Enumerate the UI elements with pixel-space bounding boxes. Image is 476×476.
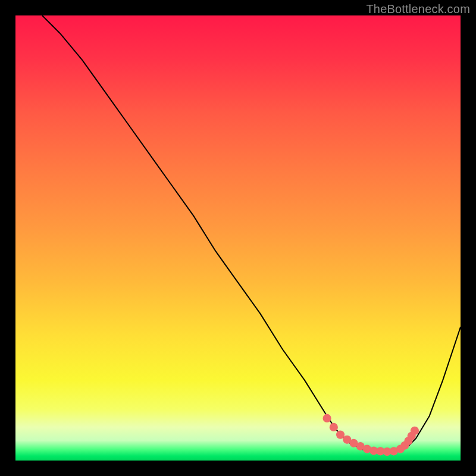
highlight-dot bbox=[322, 414, 331, 422]
highlight-dot-group bbox=[322, 414, 419, 456]
chart-frame: TheBottleneck.com bbox=[0, 0, 476, 476]
highlight-dot bbox=[330, 423, 338, 431]
bottleneck-curve bbox=[42, 15, 461, 452]
plot-area bbox=[15, 15, 461, 461]
highlight-dot bbox=[411, 427, 419, 435]
watermark-text: TheBottleneck.com bbox=[366, 2, 470, 16]
chart-curve bbox=[15, 15, 461, 461]
